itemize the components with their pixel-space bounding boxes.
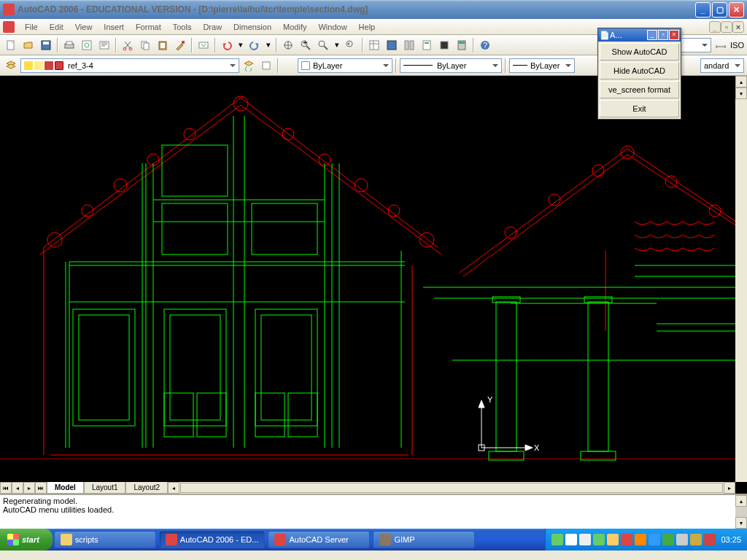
addon-minimize-button[interactable]: _ bbox=[647, 30, 657, 40]
menu-insert[interactable]: Insert bbox=[98, 21, 130, 33]
command-window[interactable]: Regenerating model. AutoCAD menu utiliti… bbox=[0, 494, 747, 529]
tray-network-icon[interactable] bbox=[565, 534, 577, 545]
mdi-close-button[interactable]: × bbox=[732, 21, 744, 33]
zoom-window-button[interactable] bbox=[315, 37, 331, 53]
tab-first-button[interactable]: ⏮ bbox=[0, 482, 12, 494]
layer-combo[interactable]: ref_3-4 bbox=[20, 58, 239, 73]
close-button[interactable]: ✕ bbox=[729, 2, 744, 18]
mdi-minimize-button[interactable]: _ bbox=[709, 21, 721, 33]
tray-volume-icon[interactable] bbox=[676, 534, 688, 545]
menu-modify[interactable]: Modify bbox=[277, 21, 312, 33]
quickcalc-button[interactable] bbox=[454, 37, 470, 53]
menu-tools[interactable]: Tools bbox=[167, 21, 198, 33]
addon-screenformat-button[interactable]: ve_screen format bbox=[600, 81, 679, 98]
menu-window[interactable]: Window bbox=[312, 21, 352, 33]
design-center-button[interactable] bbox=[384, 37, 400, 53]
addon-hide-button[interactable]: Hide AutoCAD bbox=[600, 62, 679, 79]
menu-draw[interactable]: Draw bbox=[197, 21, 228, 33]
markup-button[interactable] bbox=[436, 37, 452, 53]
cmd-scroll-down[interactable]: ▾ bbox=[735, 517, 747, 529]
taskbar-item-autocad[interactable]: AutoCAD 2006 - ED... bbox=[159, 531, 266, 548]
tray-shield-icon[interactable] bbox=[704, 534, 716, 545]
dimstyle-combo2[interactable]: andard bbox=[700, 58, 744, 73]
qnew-button[interactable] bbox=[3, 37, 19, 53]
mdi-restore-button[interactable]: ▫ bbox=[721, 21, 732, 33]
zoom-previous-button[interactable] bbox=[343, 37, 359, 53]
open-button[interactable] bbox=[20, 37, 36, 53]
tray-icon-4[interactable] bbox=[593, 534, 605, 545]
addon-close-button[interactable]: × bbox=[669, 30, 679, 40]
pan-button[interactable] bbox=[280, 37, 296, 53]
tab-layout2[interactable]: Layout2 bbox=[125, 482, 168, 494]
tray-icon-7[interactable] bbox=[635, 534, 646, 545]
tray-icon-3[interactable] bbox=[579, 534, 591, 545]
mdi-document-icon[interactable] bbox=[3, 21, 15, 33]
layer-freeze-icon bbox=[34, 61, 43, 70]
tray-bluetooth-icon[interactable] bbox=[649, 534, 660, 545]
help-button[interactable]: ? bbox=[477, 37, 493, 53]
start-button[interactable]: start bbox=[0, 529, 53, 551]
taskbar-item-acadserver[interactable]: AutoCAD Server bbox=[268, 531, 370, 548]
paste-button[interactable] bbox=[155, 37, 171, 53]
system-tray[interactable]: 03:25 bbox=[545, 529, 747, 551]
tray-icon-6[interactable] bbox=[621, 534, 632, 545]
tray-icon-9[interactable] bbox=[662, 534, 674, 545]
vscroll-down-button[interactable]: ▾ bbox=[735, 88, 747, 99]
menu-view[interactable]: View bbox=[69, 21, 98, 33]
layer-previous-button[interactable] bbox=[241, 58, 257, 74]
menu-dimension[interactable]: Dimension bbox=[228, 21, 277, 33]
sheet-set-button[interactable] bbox=[419, 37, 435, 53]
undo-button[interactable] bbox=[219, 37, 235, 53]
redo-button[interactable] bbox=[247, 37, 263, 53]
tray-icon-5[interactable] bbox=[607, 534, 619, 545]
tab-next-button[interactable]: ▸ bbox=[23, 482, 35, 494]
tool-palettes-button[interactable] bbox=[401, 37, 417, 53]
drawing-canvas[interactable]: Y X ▴ ▾ ⏮ ◂ ▸ ⏭ Model Layout1 Layout2 ◂ … bbox=[0, 76, 747, 494]
block-editor-button[interactable] bbox=[196, 37, 212, 53]
plot-preview-button[interactable] bbox=[79, 37, 95, 53]
maximize-button[interactable]: ▢ bbox=[712, 2, 727, 18]
tab-layout1[interactable]: Layout1 bbox=[84, 482, 126, 494]
linetype-combo[interactable]: ByLayer bbox=[400, 58, 502, 73]
redo-dropdown[interactable]: ▾ bbox=[264, 37, 273, 53]
zoom-dropdown[interactable]: ▾ bbox=[333, 37, 341, 53]
match-properties-button[interactable] bbox=[172, 37, 188, 53]
addon-exit-button[interactable]: Exit bbox=[600, 100, 679, 117]
cmd-scroll-up[interactable]: ▴ bbox=[735, 495, 747, 507]
autocad-icon bbox=[166, 534, 177, 545]
tray-icon-11[interactable] bbox=[690, 534, 702, 545]
menu-edit[interactable]: Edit bbox=[44, 21, 69, 33]
menu-file[interactable]: File bbox=[19, 21, 44, 33]
menu-format[interactable]: Format bbox=[130, 21, 167, 33]
tab-prev-button[interactable]: ◂ bbox=[12, 482, 23, 494]
tab-model[interactable]: Model bbox=[47, 482, 84, 494]
layer-states-button[interactable] bbox=[258, 58, 274, 74]
publish-button[interactable] bbox=[96, 37, 112, 53]
copy-button[interactable] bbox=[137, 37, 153, 53]
properties-button[interactable] bbox=[366, 37, 382, 53]
plot-button[interactable] bbox=[61, 37, 77, 53]
minimize-button[interactable]: _ bbox=[695, 2, 711, 18]
addon-maximize-button[interactable]: ▫ bbox=[658, 30, 668, 40]
dim-style-button[interactable] bbox=[713, 37, 729, 53]
canvas-vscrollbar[interactable]: ▴ ▾ bbox=[735, 76, 747, 482]
vscroll-up-button[interactable]: ▴ bbox=[735, 76, 747, 88]
undo-dropdown[interactable]: ▾ bbox=[236, 37, 245, 53]
tray-icon-1[interactable] bbox=[551, 534, 563, 545]
cut-button[interactable] bbox=[120, 37, 136, 53]
tab-last-button[interactable]: ⏭ bbox=[35, 482, 47, 494]
save-button[interactable] bbox=[38, 37, 54, 53]
hscroll-left-button[interactable]: ◂ bbox=[168, 482, 179, 494]
taskbar-clock[interactable]: 03:25 bbox=[721, 535, 741, 544]
taskbar-item-gimp[interactable]: GIMP bbox=[373, 531, 475, 548]
menu-help[interactable]: Help bbox=[353, 21, 382, 33]
taskbar-item-scripts[interactable]: scripts bbox=[54, 531, 156, 548]
zoom-realtime-button[interactable]: + bbox=[298, 37, 314, 53]
hscroll-thumb[interactable] bbox=[180, 483, 723, 493]
layer-manager-button[interactable] bbox=[3, 58, 19, 74]
svg-rect-34 bbox=[0, 76, 747, 494]
addon-show-button[interactable]: Show AutoCAD bbox=[600, 43, 679, 61]
lineweight-combo[interactable]: ByLayer bbox=[509, 58, 575, 73]
hscroll-right-button[interactable]: ▸ bbox=[724, 482, 735, 494]
color-combo[interactable]: ByLayer bbox=[298, 58, 392, 73]
